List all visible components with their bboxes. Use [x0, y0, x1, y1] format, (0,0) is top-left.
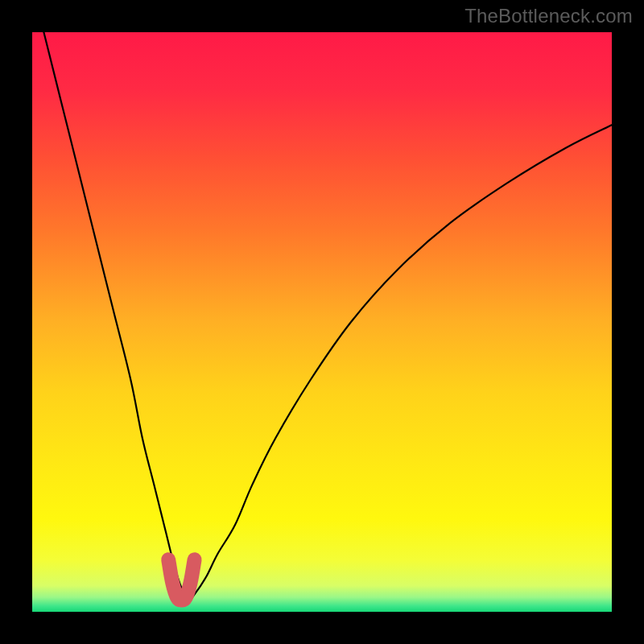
- plot-area: [32, 32, 612, 612]
- watermark-text: TheBottleneck.com: [464, 5, 633, 27]
- optimal-marker: [168, 559, 194, 600]
- bottleneck-curve: [43, 32, 612, 601]
- chart-frame: TheBottleneck.com: [0, 0, 644, 644]
- curve-layer: [32, 32, 612, 612]
